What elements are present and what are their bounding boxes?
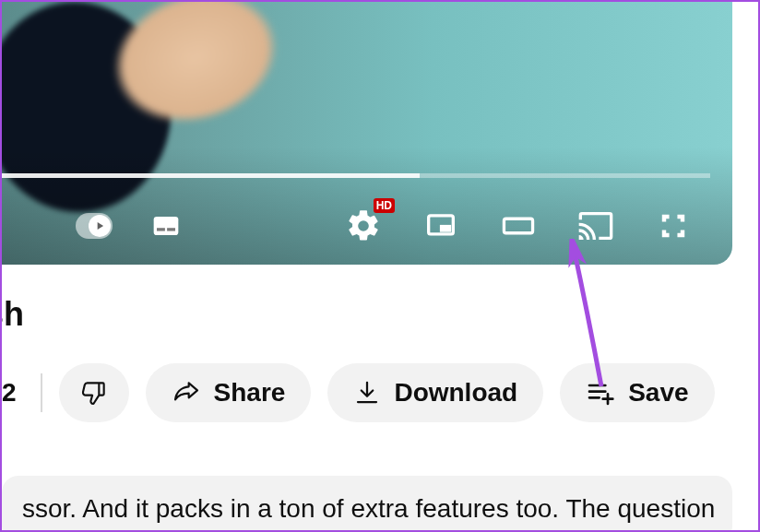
download-label: Download xyxy=(394,378,517,408)
share-button[interactable]: Share xyxy=(146,363,312,422)
svg-rect-5 xyxy=(504,219,532,233)
progress-bar[interactable] xyxy=(0,173,710,178)
autoplay-toggle[interactable] xyxy=(76,207,113,244)
save-label: Save xyxy=(628,378,688,408)
video-player: HD xyxy=(0,2,732,265)
like-dislike-divider xyxy=(41,373,42,412)
hd-badge: HD xyxy=(374,198,395,213)
svg-rect-4 xyxy=(440,224,451,231)
svg-rect-2 xyxy=(167,228,175,231)
miniplayer-button[interactable] xyxy=(422,207,459,244)
video-actions: 2 Share Download Save xyxy=(2,363,715,422)
progress-fill xyxy=(0,173,420,178)
playlist-add-icon xyxy=(586,378,615,408)
description-text: ssor. And it packs in a ton of extra fea… xyxy=(22,494,715,523)
fullscreen-button[interactable] xyxy=(655,207,692,244)
theater-mode-button[interactable] xyxy=(500,207,537,244)
like-count: 2 xyxy=(2,378,24,408)
share-label: Share xyxy=(214,378,286,408)
settings-button[interactable]: HD xyxy=(345,207,382,244)
download-icon xyxy=(353,379,381,407)
cast-button[interactable] xyxy=(577,207,614,244)
download-button[interactable]: Download xyxy=(327,363,543,422)
captions-button[interactable] xyxy=(148,207,184,244)
dislike-button[interactable] xyxy=(59,363,129,422)
video-description[interactable]: ssor. And it packs in a ton of extra fea… xyxy=(2,476,732,532)
save-button[interactable]: Save xyxy=(560,363,714,422)
video-title: sh xyxy=(0,295,24,334)
share-icon xyxy=(172,378,201,408)
svg-rect-1 xyxy=(157,228,165,231)
svg-rect-0 xyxy=(154,217,179,235)
player-controls: HD xyxy=(0,186,732,265)
